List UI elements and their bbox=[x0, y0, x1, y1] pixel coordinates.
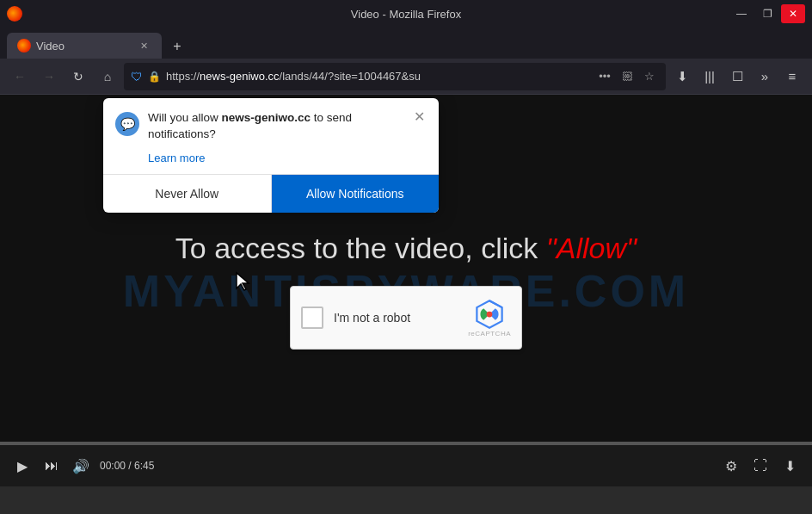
allow-text: "Allow" bbox=[546, 232, 637, 264]
notif-pre-text: Will you allow bbox=[148, 111, 222, 124]
tab-bar: Video ✕ + bbox=[0, 28, 812, 59]
video-controls: ▶ ⏭ 🔊 00:00 / 6:45 ⚙ ⛶ ⬇ bbox=[0, 443, 812, 486]
url-path: /lands/44/?site=1004467&su bbox=[280, 70, 421, 83]
lock-icon: 🔒 bbox=[148, 71, 161, 83]
url-domain: news-geniwo.cc bbox=[200, 70, 280, 83]
active-tab[interactable]: Video ✕ bbox=[7, 33, 162, 59]
notif-buttons: Never Allow Allow Notifications bbox=[103, 174, 439, 213]
title-bar: Video - Mozilla Firefox — ❐ ✕ bbox=[0, 0, 812, 28]
window-title: Video - Mozilla Firefox bbox=[351, 8, 461, 21]
menu-button[interactable]: ≡ bbox=[779, 64, 805, 90]
url-display[interactable]: https://news-geniwo.cc/lands/44/?site=10… bbox=[166, 70, 590, 83]
extensions-button[interactable]: » bbox=[752, 64, 778, 90]
close-button[interactable]: ✕ bbox=[781, 4, 805, 23]
toolbar-right: ⬇ ||| ☐ » ≡ bbox=[669, 64, 805, 90]
shield-icon: 🛡 bbox=[131, 70, 143, 84]
main-text: To access to the video, click bbox=[175, 232, 546, 264]
new-tab-button[interactable]: + bbox=[165, 34, 189, 59]
minimize-button[interactable]: — bbox=[729, 4, 754, 23]
address-bar[interactable]: 🛡 🔒 https://news-geniwo.cc/lands/44/?sit… bbox=[124, 63, 666, 90]
restore-button[interactable]: ❐ bbox=[755, 4, 779, 23]
notif-text: Will you allow news-geniwo.cc to send no… bbox=[148, 110, 403, 143]
traffic-lights bbox=[7, 6, 22, 22]
notif-close-button[interactable]: ✕ bbox=[412, 110, 427, 124]
notif-header: 💬 Will you allow news-geniwo.cc to send … bbox=[103, 98, 439, 150]
tab-title: Video bbox=[36, 40, 131, 53]
recaptcha-checkbox[interactable] bbox=[301, 307, 323, 329]
tab-favicon bbox=[17, 39, 31, 53]
notif-chat-icon: 💬 bbox=[115, 112, 139, 136]
notification-popup: 💬 Will you allow news-geniwo.cc to send … bbox=[103, 98, 439, 213]
fullscreen-button[interactable]: ⛶ bbox=[750, 455, 771, 476]
back-button[interactable]: ← bbox=[7, 64, 33, 90]
url-text: https:// bbox=[166, 70, 200, 83]
firefox-logo bbox=[7, 6, 22, 22]
never-allow-button[interactable]: Never Allow bbox=[103, 175, 272, 213]
notif-learn-more: Learn more bbox=[103, 150, 439, 174]
recaptcha-logo: reCAPTCHA bbox=[468, 299, 511, 338]
recaptcha-label: I'm not a robot bbox=[334, 311, 458, 325]
svg-point-0 bbox=[487, 311, 493, 317]
notif-message: Will you allow news-geniwo.cc to send no… bbox=[148, 110, 403, 143]
star-icon[interactable]: ☆ bbox=[640, 67, 659, 86]
more-button[interactable]: ••• bbox=[595, 67, 614, 86]
play-button[interactable]: ▶ bbox=[12, 455, 33, 476]
download-button[interactable]: ⬇ bbox=[669, 64, 695, 90]
allow-notifications-button[interactable]: Allow Notifications bbox=[272, 175, 440, 213]
settings-button[interactable]: ⚙ bbox=[721, 455, 741, 476]
notif-domain: news-geniwo.cc bbox=[222, 111, 311, 124]
window-controls: — ❐ ✕ bbox=[729, 4, 805, 23]
nav-bar: ← → ↻ ⌂ 🛡 🔒 https://news-geniwo.cc/lands… bbox=[0, 59, 812, 95]
content-area: MYANTISPYWARE.COM To access to the video… bbox=[0, 95, 812, 486]
reload-button[interactable]: ↻ bbox=[65, 64, 91, 90]
next-button[interactable]: ⏭ bbox=[41, 455, 62, 476]
forward-button[interactable]: → bbox=[36, 64, 62, 90]
address-actions: ••• 🏼 ☆ bbox=[595, 67, 659, 86]
tab-close-button[interactable]: ✕ bbox=[136, 38, 151, 53]
video-time: 00:00 / 6:45 bbox=[100, 460, 154, 472]
recaptcha-brand-text: reCAPTCHA bbox=[468, 330, 511, 338]
volume-button[interactable]: 🔊 bbox=[71, 455, 91, 476]
video-download-button[interactable]: ⬇ bbox=[779, 455, 800, 476]
learn-more-link[interactable]: Learn more bbox=[148, 152, 205, 164]
library-button[interactable]: ||| bbox=[697, 64, 723, 90]
sync-button[interactable]: ☐ bbox=[724, 64, 750, 90]
progress-bar-container[interactable] bbox=[0, 442, 812, 445]
home-button[interactable]: ⌂ bbox=[95, 64, 120, 90]
recaptcha-logo-svg bbox=[474, 299, 505, 330]
pocket-icon: 🏼 bbox=[618, 67, 637, 86]
page-title: To access to the video, click "Allow" bbox=[175, 232, 637, 265]
recaptcha-box: I'm not a robot reCAPTCHA bbox=[290, 286, 522, 350]
